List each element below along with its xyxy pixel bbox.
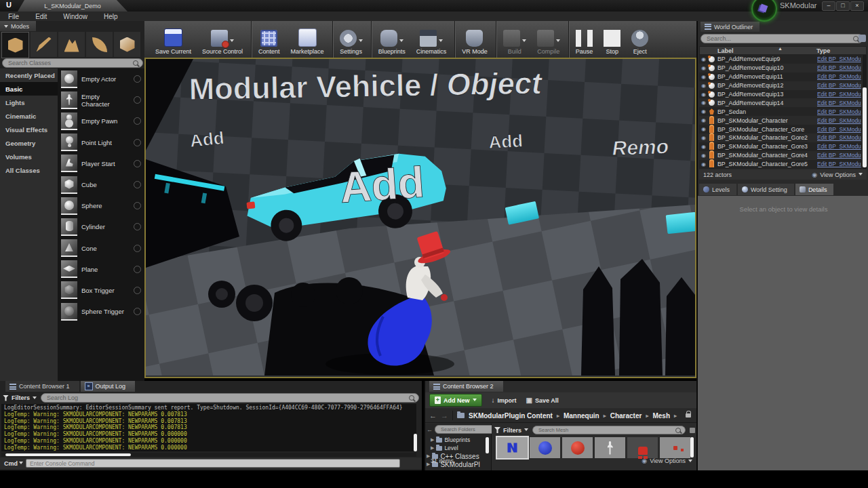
placement-item[interactable]: Sphere	[58, 195, 144, 216]
outliner-row[interactable]: ◉ BP_SKModular_Character_Gore3 Edit BP_S…	[699, 142, 862, 151]
mode-geometry-button[interactable]	[114, 32, 140, 57]
drag-handle-icon[interactable]	[134, 287, 141, 294]
outliner-row[interactable]: ◉ BP_AddRemoveEquip9 Edit BP_SKModu	[699, 55, 862, 64]
asset-tile[interactable]	[497, 437, 528, 458]
add-new-button[interactable]: + Add New	[429, 394, 482, 407]
menu-item[interactable]: Edit	[27, 13, 55, 20]
search-classes-input[interactable]	[7, 59, 130, 67]
visibility-eye-icon[interactable]: ◉	[701, 83, 706, 89]
import-button[interactable]: ↓ Import	[492, 396, 517, 404]
outliner-row[interactable]: ◉ BP_SKModular_Character_Gore4 Edit BP_S…	[699, 151, 862, 160]
menu-item[interactable]: File	[0, 13, 27, 20]
log-horizontal-scrollbar[interactable]	[5, 453, 131, 456]
toolbar-button[interactable]: Cinematics	[411, 21, 456, 58]
visibility-eye-icon[interactable]: ◉	[701, 152, 706, 159]
placement-category[interactable]: Lights	[0, 96, 58, 109]
tab-world-setting[interactable]: World Setting	[738, 184, 794, 195]
console-command-input[interactable]	[26, 459, 400, 468]
asset-tile[interactable]	[562, 437, 593, 458]
placement-item[interactable]: Sphere Trigger	[58, 301, 144, 322]
search-assets-input[interactable]	[537, 426, 673, 434]
forward-arrow-icon[interactable]: →	[441, 411, 448, 420]
asset-filters-button[interactable]: Filters	[494, 427, 528, 434]
tab-content-browser-2[interactable]: Content Browser 2	[429, 381, 503, 392]
placement-category[interactable]: Recently Placed	[0, 68, 58, 82]
visibility-eye-icon[interactable]: ◉	[701, 144, 706, 150]
maximize-button[interactable]: □	[836, 1, 850, 11]
breadcrumb-part[interactable]: SKModularPlugin Content ▸	[469, 412, 559, 420]
toolbar-button[interactable]: Stop	[598, 21, 626, 58]
world-outliner-tab[interactable]: World Outliner	[701, 22, 760, 32]
outliner-row[interactable]: ◉ BP_SKModular_Character_Gore Edit BP_SK…	[699, 125, 862, 134]
outliner-row[interactable]: ◉ BP_SKModular_Character_Gore5 Edit BP_S…	[699, 160, 862, 169]
mode-paint-button[interactable]	[31, 32, 57, 57]
cyan-block-right[interactable]	[666, 212, 695, 234]
placement-category[interactable]: Volumes	[0, 150, 58, 163]
outliner-row[interactable]: ◉ BP_SKModular_Character Edit BP_SKModu	[699, 116, 862, 125]
edit-blueprint-link[interactable]: Edit BP_SKModu	[817, 152, 862, 159]
visibility-eye-icon[interactable]: ◉	[701, 92, 706, 98]
add-actor-icon[interactable]	[859, 35, 866, 42]
tab-levels[interactable]: Levels	[699, 184, 736, 195]
minimize-button[interactable]: –	[822, 1, 835, 11]
mode-place-button[interactable]	[1, 32, 29, 58]
visibility-eye-icon[interactable]: ◉	[701, 161, 706, 167]
folder-tree-item[interactable]: ▶ Blueprints	[425, 436, 491, 444]
placement-item[interactable]: Box Trigger	[58, 280, 144, 301]
drag-handle-icon[interactable]	[134, 308, 141, 315]
placement-category[interactable]: All Classes	[0, 163, 58, 177]
placement-item[interactable]: Cone	[58, 238, 144, 259]
placement-item[interactable]: Point Light	[58, 132, 144, 153]
edit-blueprint-link[interactable]: Edit BP_SKModu	[817, 100, 862, 106]
visibility-eye-icon[interactable]: ◉	[701, 117, 706, 123]
placement-item[interactable]: Empty Character	[58, 89, 144, 110]
outliner-row[interactable]: ◉ BP_AddRemoveEquip13 Edit BP_SKModu	[699, 90, 862, 99]
save-all-button[interactable]: ▣ Save All	[526, 396, 559, 404]
toolbar-button[interactable]: Settings	[334, 21, 372, 58]
drag-handle-icon[interactable]	[134, 75, 141, 83]
view-settings-icon[interactable]	[690, 428, 695, 433]
cmd-dropdown[interactable]: Cmd	[4, 460, 23, 467]
edit-blueprint-link[interactable]: Edit BP_SKModu	[817, 56, 862, 62]
edit-blueprint-link[interactable]: Edit BP_SKModu	[817, 91, 862, 98]
placement-item[interactable]: Player Start	[58, 153, 144, 174]
visibility-eye-icon[interactable]: ◉	[701, 56, 706, 62]
outliner-view-options-button[interactable]: ◉ View Options	[812, 171, 863, 178]
level-viewport[interactable]: Modular Vehicle / Object Add Add Remo Ad…	[144, 58, 696, 378]
asset-tile[interactable]	[660, 437, 690, 458]
mode-foliage-button[interactable]	[86, 32, 113, 57]
toolbar-button[interactable]: Blueprints	[373, 21, 411, 58]
tab-output-log[interactable]: » Output Log	[81, 381, 136, 392]
search-log-input[interactable]	[45, 394, 406, 402]
visibility-eye-icon[interactable]: ◉	[701, 65, 706, 71]
asset-tile[interactable]	[595, 437, 625, 458]
asset-tile[interactable]	[627, 437, 658, 458]
outliner-row[interactable]: ◉ BP_Sedan Edit BP_SKModu	[699, 107, 862, 116]
toolbar-button[interactable]: Content	[253, 21, 285, 58]
outliner-column-headers[interactable]: Label ▲ Type	[699, 46, 867, 55]
edit-blueprint-link[interactable]: Edit BP_SKModu	[817, 73, 862, 80]
outliner-row[interactable]: ◉ BP_AddRemoveEquip12 Edit BP_SKModu	[699, 81, 862, 90]
mode-landscape-button[interactable]	[58, 32, 85, 57]
edit-blueprint-link[interactable]: Edit BP_SKModu	[817, 108, 862, 115]
edit-blueprint-link[interactable]: Edit BP_SKModu	[817, 64, 862, 71]
breadcrumb-part[interactable]: Mesh ▸	[652, 412, 677, 420]
view-options-button[interactable]: ◉ View Options	[642, 458, 692, 464]
outliner-scrollbar[interactable]	[863, 87, 867, 167]
tree-scrollbar[interactable]	[486, 437, 489, 453]
placement-item[interactable]: Empty Actor	[58, 68, 144, 89]
tab-content-browser-1[interactable]: Content Browser 1	[5, 381, 79, 392]
toolbar-button[interactable]: Source Control	[197, 21, 252, 58]
close-button[interactable]: ×	[850, 1, 864, 11]
placement-category[interactable]: Visual Effects	[0, 123, 58, 136]
modes-tab[interactable]: Modes	[0, 21, 36, 31]
edit-blueprint-link[interactable]: Edit BP_SKModu	[817, 82, 862, 89]
placement-item[interactable]: Cylinder	[58, 216, 144, 237]
drag-handle-icon[interactable]	[134, 139, 141, 146]
outliner-row[interactable]: ◉ BP_AddRemoveEquip11 Edit BP_SKModu	[699, 73, 862, 81]
placement-item[interactable]: Cube	[58, 174, 144, 195]
menu-item[interactable]: Help	[96, 13, 126, 20]
drag-handle-icon[interactable]	[134, 96, 141, 104]
visibility-eye-icon[interactable]: ◉	[701, 100, 706, 106]
log-vertical-scrollbar[interactable]	[414, 434, 417, 451]
